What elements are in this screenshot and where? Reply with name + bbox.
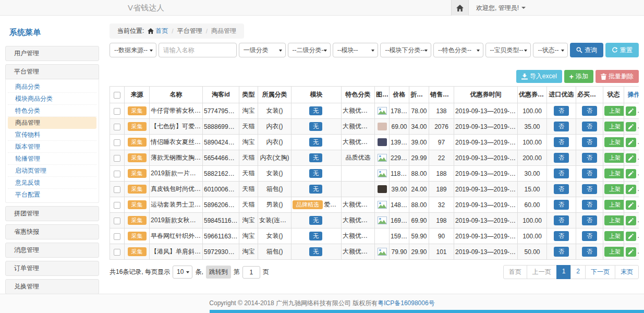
pager-item[interactable]: 首页 xyxy=(503,265,527,279)
filter-cat2-select[interactable]: --二级分类-- xyxy=(288,43,331,57)
filter-module-sub-select[interactable]: --模块下分类-- xyxy=(380,43,431,57)
edit-button[interactable] xyxy=(626,153,636,163)
import-select-toggle[interactable]: 否 xyxy=(554,231,569,241)
page-number-input[interactable] xyxy=(242,266,260,279)
pager-item[interactable]: 1 xyxy=(556,265,572,279)
filter-source-select[interactable]: --数据来源-- xyxy=(110,43,156,57)
import-select-toggle[interactable]: 否 xyxy=(554,168,569,178)
edit-button[interactable] xyxy=(626,200,636,210)
status-badge[interactable]: 上架 xyxy=(604,215,624,225)
row-checkbox[interactable] xyxy=(114,233,120,240)
pager-item[interactable]: 下一页 xyxy=(585,265,615,279)
edit-button[interactable] xyxy=(626,169,636,178)
import-select-toggle[interactable]: 否 xyxy=(554,122,569,131)
operations-cell xyxy=(624,182,639,197)
sidebar-item[interactable]: 兑换管理 xyxy=(5,279,99,294)
sidebar-subitem[interactable]: 轮播管理 xyxy=(8,153,96,165)
add-button[interactable]: + 添加 xyxy=(564,70,593,83)
must-buy-toggle[interactable]: 否 xyxy=(582,215,597,225)
status-badge[interactable]: 上架 xyxy=(604,122,624,131)
icp-link[interactable]: 粤ICP备16098006号 xyxy=(378,299,434,307)
jump-button[interactable]: 跳转到 xyxy=(206,266,231,279)
row-checkbox[interactable] xyxy=(114,186,120,193)
price: 178.00 xyxy=(390,103,409,119)
search-button[interactable]: 查询 xyxy=(570,43,603,57)
status-badge[interactable]: 上架 xyxy=(604,184,624,194)
filter-item-type-select[interactable]: --宝贝类型-- xyxy=(485,43,531,57)
pager-item[interactable]: 上一页 xyxy=(527,265,557,279)
status-badge[interactable]: 上架 xyxy=(604,200,624,210)
must-buy-toggle[interactable]: 否 xyxy=(582,137,597,147)
import-select-toggle[interactable]: 否 xyxy=(554,137,569,147)
sidebar-item[interactable]: 订单管理 xyxy=(5,261,99,276)
status-badge[interactable]: 上架 xyxy=(604,247,624,257)
sidebar-subitem[interactable]: 版本管理 xyxy=(8,141,96,153)
breadcrumb-home-link[interactable]: 首页 xyxy=(148,27,168,35)
row-checkbox[interactable] xyxy=(114,155,120,162)
edit-button[interactable] xyxy=(626,138,636,147)
sidebar-subitem[interactable]: 商品分类 xyxy=(8,81,96,93)
home-button[interactable] xyxy=(451,0,469,16)
row-checkbox[interactable] xyxy=(114,108,120,115)
import-select-toggle[interactable]: 否 xyxy=(554,200,569,210)
sidebar-subitem[interactable]: 宣传物料 xyxy=(8,129,96,141)
sidebar-subitem[interactable]: 特色分类 xyxy=(8,105,96,117)
status-badge[interactable]: 上架 xyxy=(604,137,624,147)
filter-feature-select[interactable]: --特色分类-- xyxy=(433,43,483,57)
row-checkbox[interactable] xyxy=(114,139,120,146)
edit-button[interactable] xyxy=(626,247,636,257)
status-badge[interactable]: 上架 xyxy=(604,231,624,241)
sidebar-item[interactable]: 消息管理 xyxy=(5,243,99,258)
status-badge[interactable]: 上架 xyxy=(604,153,624,163)
status-badge[interactable]: 上架 xyxy=(604,106,624,116)
status-badge[interactable]: 上架 xyxy=(604,168,624,178)
must-buy-toggle[interactable]: 否 xyxy=(582,106,597,116)
must-buy-toggle[interactable]: 否 xyxy=(582,184,597,194)
import-select-toggle[interactable]: 否 xyxy=(554,184,569,194)
import-icon xyxy=(521,74,528,80)
name-search-input[interactable] xyxy=(159,43,237,57)
sidebar-subitem[interactable]: 商品管理 xyxy=(8,117,96,129)
sidebar-subitem[interactable]: 模块商品分类 xyxy=(8,93,96,105)
edit-button[interactable] xyxy=(626,185,636,194)
sidebar-subitem[interactable]: 启动页管理 xyxy=(8,165,96,177)
sales-count: 22 xyxy=(429,150,454,166)
per-page-select[interactable]: 10 xyxy=(173,266,192,279)
must-buy-toggle[interactable]: 否 xyxy=(582,153,597,163)
filter-cat1-select[interactable]: 一级分类 xyxy=(239,43,286,57)
sidebar-item[interactable]: 省惠快报 xyxy=(5,224,99,239)
sidebar-subitem[interactable]: 意见反馈 xyxy=(8,177,96,189)
edit-button[interactable] xyxy=(626,122,636,131)
import-excel-button[interactable]: 导入excel xyxy=(516,70,562,83)
edit-button[interactable] xyxy=(626,106,636,116)
discount-price: 29.99 xyxy=(409,150,429,166)
row-checkbox[interactable] xyxy=(114,124,120,130)
sidebar-item-platform-management[interactable]: 平台管理 xyxy=(5,64,99,79)
import-select-toggle[interactable]: 否 xyxy=(554,215,569,225)
batch-delete-button[interactable]: 批量删除 xyxy=(596,70,639,83)
must-buy-toggle[interactable]: 否 xyxy=(582,168,597,178)
select-all-checkbox[interactable] xyxy=(114,92,120,99)
pager-item[interactable]: 2 xyxy=(570,265,586,279)
sidebar-item[interactable]: 拼团管理 xyxy=(5,206,99,221)
import-select-toggle[interactable]: 否 xyxy=(554,153,569,163)
reset-button[interactable]: 重置 xyxy=(605,43,639,57)
import-select-toggle[interactable]: 否 xyxy=(554,247,569,257)
sidebar-item-user-management[interactable]: 用户管理 xyxy=(5,46,99,61)
row-checkbox[interactable] xyxy=(114,171,120,177)
row-checkbox[interactable] xyxy=(114,249,120,256)
row-checkbox[interactable] xyxy=(114,218,120,224)
pager-item[interactable]: 末页 xyxy=(615,265,639,279)
user-menu[interactable]: 欢迎您, 管理员! xyxy=(476,4,526,13)
must-buy-toggle[interactable]: 否 xyxy=(582,247,597,257)
edit-button[interactable] xyxy=(626,232,636,241)
must-buy-toggle[interactable]: 否 xyxy=(582,231,597,241)
must-buy-toggle[interactable]: 否 xyxy=(582,200,597,210)
import-select-toggle[interactable]: 否 xyxy=(554,106,569,116)
sidebar-subitem[interactable]: 平台配置 xyxy=(8,189,96,201)
edit-button[interactable] xyxy=(626,216,636,225)
row-checkbox[interactable] xyxy=(114,202,120,209)
filter-module-select[interactable]: --模块-- xyxy=(333,43,379,57)
must-buy-toggle[interactable]: 否 xyxy=(582,122,597,131)
filter-status-select[interactable]: --状态-- xyxy=(533,43,568,57)
